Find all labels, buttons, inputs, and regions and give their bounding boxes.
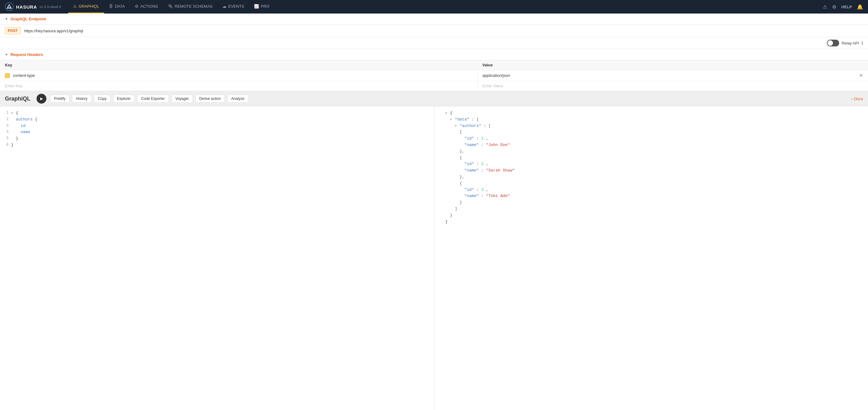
play-button[interactable]: ▶ <box>36 94 46 104</box>
key-column-header: Key <box>0 60 477 70</box>
prettify-button[interactable]: Prettify <box>50 95 69 102</box>
result-line-17: } <box>437 212 866 219</box>
remote-schemas-nav-icon: 🔌 <box>168 4 173 9</box>
query-line-5: 5 } <box>2 136 432 142</box>
chevron-left-icon: ‹ <box>851 96 852 101</box>
nav-item-graphiql[interactable]: ⚠ GRAPHIQL <box>68 0 104 13</box>
help-button[interactable]: HELP <box>841 5 852 9</box>
settings-icon[interactable]: ⚙ <box>832 4 836 10</box>
result-line-12: { <box>437 180 866 187</box>
new-key-cell[interactable]: Enter Key <box>0 81 477 91</box>
relay-api-toggle[interactable] <box>827 40 839 47</box>
nav-item-events[interactable]: ☁ EVENTS <box>217 0 249 13</box>
graphiql-container: GraphiQL ▶ Prettify History Copy Explore… <box>0 91 868 410</box>
result-editor: ▼ { ▼ "data" : { <box>434 106 868 410</box>
new-value-cell[interactable]: Enter Value <box>477 81 868 91</box>
relay-api-label: Relay API <box>842 41 859 46</box>
query-editor[interactable]: 1 ▼ { 2 authors { 3 <box>0 106 434 410</box>
line-number: 1 <box>2 110 9 116</box>
top-navigation: HASURA v1.3.3-cloud.3 ⚠ GRAPHIQL 🗄 DATA … <box>0 0 868 13</box>
result-line-16: ] <box>437 206 866 212</box>
explorer-button[interactable]: Explorer <box>113 95 135 102</box>
logo: HASURA v1.3.3-cloud.3 <box>5 2 61 11</box>
headers-table: Key Value ✓ content-type application/jso… <box>0 60 868 91</box>
docs-link[interactable]: ‹ Docs <box>851 96 863 101</box>
chevron-down-icon: ▼ <box>5 17 8 21</box>
main-content: ▼ GraphQL Endpoint POST https://hey.hasu… <box>0 13 868 410</box>
fold-arrow-1: ▼ <box>11 112 13 115</box>
result-line-13: "id" : 3 , <box>437 187 866 193</box>
editor-panels: 1 ▼ { 2 authors { 3 <box>0 106 868 410</box>
endpoint-section-title: GraphQL Endpoint <box>10 17 46 21</box>
svg-point-0 <box>5 3 13 11</box>
result-line-9: "id" : 2 , <box>437 161 866 168</box>
nav-label-data: DATA <box>115 4 125 9</box>
line-number: 4 <box>2 129 9 136</box>
events-nav-icon: ☁ <box>222 4 226 9</box>
nav-item-remote-schemas[interactable]: 🔌 REMOTE SCHEMAS <box>163 0 218 13</box>
code-exporter-button[interactable]: Code Exporter <box>137 95 168 102</box>
result-line-10: "name" : "Sarah Shaw" <box>437 168 866 174</box>
graphiql-nav-icon: ⚠ <box>73 4 77 9</box>
nav-item-data[interactable]: 🗄 DATA <box>104 0 130 13</box>
history-button[interactable]: History <box>72 95 91 102</box>
value-column-header: Value <box>477 60 868 70</box>
result-line-7: }, <box>437 148 866 155</box>
data-nav-icon: 🗄 <box>109 4 113 9</box>
header-row: ✓ content-type application/json ✕ <box>0 70 868 81</box>
relay-api-row: Relay API ℹ <box>0 37 868 49</box>
line-number: 5 <box>2 136 9 142</box>
nav-label-events: EVENTS <box>228 4 244 9</box>
header-enabled-checkbox[interactable]: ✓ <box>5 73 10 78</box>
query-line-6: 6 } <box>2 142 432 148</box>
value-placeholder: Enter Value <box>483 84 503 88</box>
nav-label-actions: ACTIONS <box>141 4 158 9</box>
bell-icon[interactable]: 🔔 <box>857 4 863 10</box>
logo-text: HASURA <box>16 4 37 9</box>
query-panel: 1 ▼ { 2 authors { 3 <box>0 106 434 410</box>
graphiql-title: GraphiQL <box>5 95 30 102</box>
analyze-button[interactable]: Analyze <box>227 95 248 102</box>
alert-icon[interactable]: ⚠ <box>823 4 827 10</box>
result-line-15: } <box>437 200 866 206</box>
result-line-8: { <box>437 155 866 162</box>
endpoint-url: https://hey.hasura.app/v1/graphql <box>24 29 83 33</box>
line-number: 2 <box>2 116 9 123</box>
request-headers-section-header[interactable]: ▼ Request Headers <box>0 49 868 60</box>
request-headers-section: ▼ Request Headers Key Value ✓ content-ty… <box>0 49 868 91</box>
result-fold-arrow: ▼ <box>445 112 447 115</box>
key-placeholder: Enter Key <box>5 84 23 88</box>
result-line-11: }, <box>437 174 866 180</box>
line-number: 6 <box>2 142 9 148</box>
nav-item-pro[interactable]: 📈 PRO <box>249 0 274 13</box>
nav-label-graphiql: GRAPHIQL <box>79 4 99 9</box>
nav-item-actions[interactable]: ⚙ ACTIONS <box>130 0 163 13</box>
header-key-value: content-type <box>13 73 35 78</box>
result-line-18: } <box>437 219 866 225</box>
http-method-badge: POST <box>5 27 21 34</box>
hasura-logo-icon <box>5 2 13 11</box>
key-cell: ✓ content-type <box>0 70 477 81</box>
info-icon[interactable]: ℹ <box>862 40 863 46</box>
result-line-5: "id" : 1 , <box>437 136 866 142</box>
query-line-1: 1 ▼ { <box>2 110 432 116</box>
graphql-endpoint-section-header[interactable]: ▼ GraphQL Endpoint <box>0 13 868 25</box>
nav-items: ⚠ GRAPHIQL 🗄 DATA ⚙ ACTIONS 🔌 REMOTE SCH… <box>68 0 823 13</box>
result-line-2: ▼ "data" : { <box>437 116 866 123</box>
docs-label: Docs <box>854 96 863 101</box>
copy-button[interactable]: Copy <box>94 95 111 102</box>
query-line-3: 3 id <box>2 123 432 129</box>
actions-nav-icon: ⚙ <box>135 4 138 9</box>
voyager-button[interactable]: Voyager <box>172 95 193 102</box>
result-panel: ▼ { ▼ "data" : { <box>434 106 868 410</box>
result-line-14: "name" : "Tobi Ade" <box>437 193 866 200</box>
header-value: application/json <box>483 73 510 78</box>
nav-label-remote-schemas: REMOTE SCHEMAS <box>175 4 213 9</box>
graphiql-toolbar: GraphiQL ▶ Prettify History Copy Explore… <box>0 91 868 106</box>
result-line-4: { <box>437 129 866 136</box>
data-fold-arrow: ▼ <box>450 118 452 121</box>
delete-header-button[interactable]: ✕ <box>859 72 863 78</box>
derive-action-button[interactable]: Derive action <box>195 95 225 102</box>
line-number: 3 <box>2 123 9 129</box>
result-line-1: ▼ { <box>437 110 866 116</box>
